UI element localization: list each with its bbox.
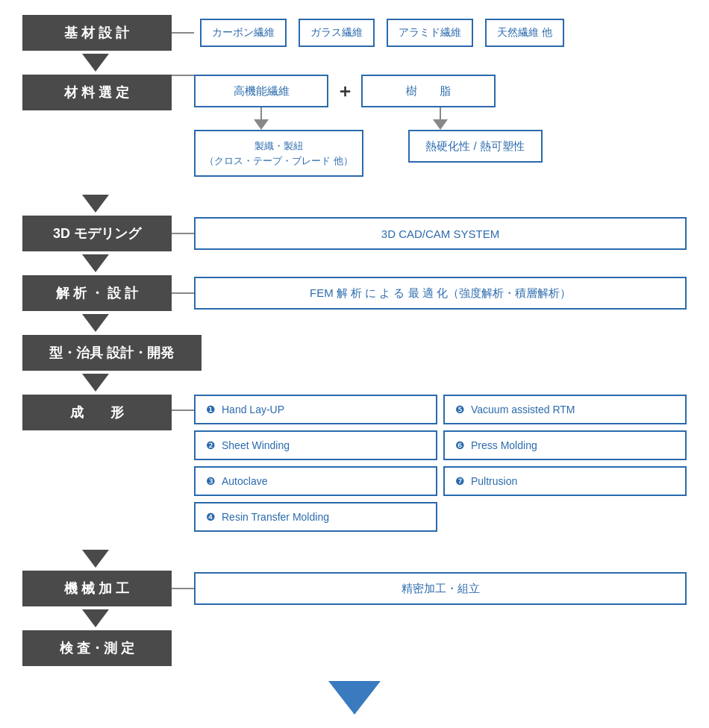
seishoku-box: 製織・製紐（クロス・テープ・ブレード 他） [194, 130, 363, 177]
label-3: Sheet Winding [222, 439, 290, 451]
num-4: ❻ [455, 439, 465, 451]
label-1: Hand Lay-UP [222, 404, 284, 415]
arrow-5 [22, 374, 109, 392]
zairyo-bottom: 製織・製紐（クロス・テープ・ブレード 他） 熱硬化性 / 熱可塑性 [194, 130, 687, 177]
analysis-label: 解 析 ・ 設 計 [22, 275, 172, 311]
kokinosenni-box: 高機能繊維 [194, 75, 328, 107]
arrow-7 [22, 609, 109, 627]
num-7: ❹ [206, 511, 216, 523]
zairyo-hline [172, 75, 194, 76]
arrow-shape-5 [82, 374, 109, 392]
flow-container: 基 材 設 計 カーボン繊維 ガラス繊維 アラミド繊維 天然繊維 他 材 料 選… [22, 15, 687, 715]
forming-item-3: ❷ Sheet Winding [194, 430, 437, 460]
tooling-label: 型・治具 設計・開発 [22, 335, 202, 371]
arrow-shape-1 [82, 54, 109, 72]
label-7: Resin Transfer Molding [222, 511, 329, 523]
v-line-1 [260, 107, 262, 119]
v-line-2 [440, 107, 441, 119]
forming-item-6: ❼ Pultrusion [443, 466, 687, 496]
jushi-box: 樹 脂 [361, 75, 496, 107]
bottom-arrow [22, 681, 687, 715]
num-5: ❸ [206, 475, 216, 487]
label-6: Pultrusion [471, 475, 517, 487]
label-4: Press Molding [471, 439, 537, 451]
seikei-grid: ❶ Hand Lay-UP ❺ Vacuum assisted RTM ❷ Sh… [194, 395, 687, 532]
netsukoka-box: 熱硬化性 / 熱可塑性 [408, 130, 543, 163]
plus-sign: ＋ [336, 79, 354, 103]
arrow-1 [22, 54, 109, 72]
forming-item-1: ❶ Hand Lay-UP [194, 395, 437, 424]
label-5: Autoclave [222, 475, 267, 487]
num-3: ❷ [206, 439, 216, 451]
right-arrow-col [373, 107, 507, 130]
inspection-row: 検 査・測 定 [22, 630, 687, 666]
analysis-content: FEM 解 析 に よ る 最 適 化（強度解析・積層解析） [194, 277, 687, 310]
modeling-row: 3D モデリング 3D CAD/CAM SYSTEM [22, 216, 687, 251]
machining-content: 精密加工・組立 [194, 572, 687, 605]
forming-item-4: ❻ Press Molding [443, 430, 687, 460]
analysis-row: 解 析 ・ 設 計 FEM 解 析 に よ る 最 適 化（強度解析・積層解析） [22, 275, 687, 311]
tooling-row: 型・治具 設計・開発 [22, 335, 687, 371]
fiber-1: カーボン繊維 [200, 19, 287, 47]
fiber-2: ガラス繊維 [299, 19, 375, 47]
bottom-arrow-shape [328, 681, 381, 715]
arrow-small-1 [254, 119, 269, 130]
modeling-content: 3D CAD/CAM SYSTEM [194, 217, 687, 250]
num-6: ❼ [455, 475, 465, 487]
arrow-shape-3 [82, 254, 109, 272]
analysis-hline [172, 292, 194, 294]
kizai-row: 基 材 設 計 カーボン繊維 ガラス繊維 アラミド繊維 天然繊維 他 [22, 15, 687, 51]
machining-row: 機 械 加 工 精密加工・組立 [22, 571, 687, 606]
seikei-row: 成 形 ❶ Hand Lay-UP ❺ Vacuum assisted RTM … [22, 395, 687, 532]
zairyo-right: 高機能繊維 ＋ 樹 脂 製織・製紐 [194, 75, 687, 177]
modeling-label: 3D モデリング [22, 216, 172, 251]
kizai-hline [172, 32, 194, 34]
arrow-6 [22, 550, 109, 568]
forming-item-5: ❸ Autoclave [194, 466, 437, 496]
num-2: ❺ [455, 404, 465, 415]
zairyo-arrows [194, 107, 687, 130]
arrow-shape-2 [82, 195, 109, 213]
forming-item-7: ❹ Resin Transfer Molding [194, 502, 437, 532]
zairyo-row: 材 料 選 定 高機能繊維 ＋ 樹 脂 [22, 75, 687, 177]
arrow-small-2 [433, 119, 448, 130]
left-arrow-col [194, 107, 328, 130]
arrow-3 [22, 254, 109, 272]
seikei-label: 成 形 [22, 395, 172, 430]
inspection-label: 検 査・測 定 [22, 630, 172, 666]
machining-hline [172, 588, 194, 589]
modeling-hline [172, 233, 194, 234]
arrow-shape-7 [82, 609, 109, 627]
forming-item-2: ❺ Vacuum assisted RTM [443, 395, 687, 424]
arrow-4 [22, 314, 109, 332]
forming-empty [443, 502, 687, 532]
fiber-3: アラミド繊維 [387, 19, 473, 47]
arrow-shape-4 [82, 314, 109, 332]
arrow-shape-6 [82, 550, 109, 568]
label-2: Vacuum assisted RTM [471, 404, 575, 415]
zairyo-label: 材 料 選 定 [22, 75, 172, 110]
fibers-list: カーボン繊維 ガラス繊維 アラミド繊維 天然繊維 他 [194, 19, 564, 47]
seikei-hline [172, 410, 194, 411]
machining-label: 機 械 加 工 [22, 571, 172, 606]
num-1: ❶ [206, 404, 216, 415]
arrow-2 [22, 195, 109, 213]
fiber-4: 天然繊維 他 [485, 19, 564, 47]
kizai-label: 基 材 設 計 [22, 15, 172, 51]
zairyo-top: 高機能繊維 ＋ 樹 脂 [194, 75, 687, 107]
